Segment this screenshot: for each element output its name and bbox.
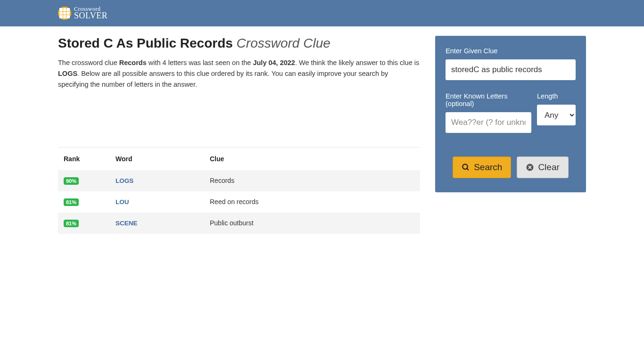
clue-label: Enter Given Clue	[446, 47, 576, 55]
sidebar: Enter Given Clue Enter Known Letters (op…	[435, 36, 586, 234]
clue-cell: Reed on records	[204, 191, 420, 213]
page-title-suffix: Crossword Clue	[237, 36, 330, 50]
rank-badge: 81%	[64, 220, 79, 227]
close-circle-icon	[526, 163, 534, 172]
svg-point-0	[462, 164, 468, 169]
clue-input[interactable]	[446, 59, 576, 80]
rank-badge: 90%	[64, 177, 79, 185]
header-rank: Rank	[58, 147, 110, 170]
search-button[interactable]: Search	[453, 156, 511, 178]
logo-icon	[58, 7, 71, 20]
length-label: Length	[537, 92, 576, 100]
word-link[interactable]: SCENE	[116, 220, 138, 227]
intro-text: The crossword clue Records with 4 letter…	[58, 58, 420, 90]
results-table: Rank Word Clue 90% LOGS Records 81% LOU …	[58, 147, 420, 234]
table-row: 81% SCENE Public outburst	[58, 213, 420, 234]
letters-input[interactable]	[446, 112, 531, 133]
header-word: Word	[110, 147, 204, 170]
word-link[interactable]: LOGS	[116, 177, 133, 184]
length-select[interactable]: Any	[537, 105, 576, 125]
logo-link[interactable]: Crossword SOLVER	[58, 7, 107, 20]
clue-cell: Records	[204, 170, 420, 191]
search-panel: Enter Given Clue Enter Known Letters (op…	[435, 36, 586, 192]
search-icon	[462, 163, 470, 172]
letters-label: Enter Known Letters (optional)	[446, 92, 531, 107]
clue-cell: Public outburst	[204, 213, 420, 234]
table-row: 81% LOU Reed on records	[58, 191, 420, 213]
page-title-main: Stored C As Public Records	[58, 36, 233, 50]
rank-badge: 81%	[64, 198, 79, 206]
page-title: Stored C As Public Records Crossword Clu…	[58, 36, 420, 51]
logo-text: Crossword SOLVER	[74, 7, 107, 20]
main-content: Stored C As Public Records Crossword Clu…	[58, 36, 420, 234]
site-header: Crossword SOLVER	[0, 0, 644, 26]
svg-line-1	[467, 168, 469, 170]
header-clue: Clue	[204, 147, 420, 170]
table-row: 90% LOGS Records	[58, 170, 420, 191]
clear-button[interactable]: Clear	[517, 156, 568, 178]
word-link[interactable]: LOU	[116, 198, 129, 206]
